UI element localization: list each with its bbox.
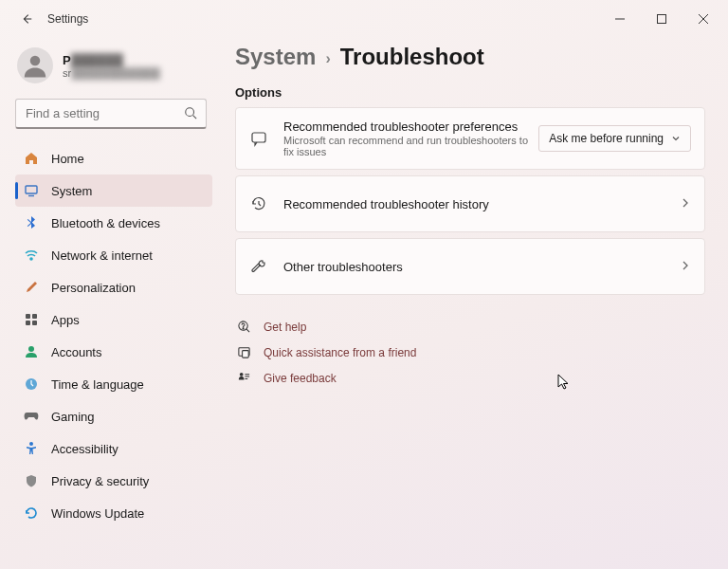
options-heading: Options	[235, 85, 705, 100]
arrow-left-icon	[20, 12, 33, 26]
give-feedback-link[interactable]: Give feedback	[235, 365, 705, 391]
sidebar-item-accounts[interactable]: Accounts	[15, 336, 212, 368]
window-title: Settings	[47, 12, 88, 26]
sidebar-item-windows-update[interactable]: Windows Update	[15, 497, 212, 529]
prefs-card: Recommended troubleshooter preferences M…	[235, 107, 705, 170]
close-button[interactable]	[682, 0, 724, 38]
page-title: Troubleshoot	[340, 44, 484, 70]
history-card[interactable]: Recommended troubleshooter history	[235, 175, 705, 232]
quick-assist-link[interactable]: Quick assistance from a friend	[235, 340, 705, 365]
sidebar-item-system[interactable]: System	[15, 174, 212, 207]
svg-point-4	[30, 56, 41, 66]
help-icon	[235, 320, 252, 334]
other-title: Other troubleshooters	[283, 260, 674, 274]
help-links: Get help Quick assistance from a friend …	[235, 314, 705, 391]
chat-icon	[249, 130, 268, 147]
prefs-dropdown-value: Ask me before running	[549, 132, 664, 145]
link-label: Get help	[264, 321, 306, 334]
svg-rect-11	[32, 314, 37, 319]
svg-point-19	[243, 328, 244, 329]
sidebar-item-home[interactable]: Home	[15, 142, 212, 174]
feedback-icon	[235, 371, 252, 385]
sidebar-item-label: Personalization	[51, 281, 136, 295]
chevron-right-icon	[682, 197, 691, 211]
svg-rect-10	[26, 314, 30, 319]
system-icon	[23, 182, 40, 199]
svg-point-5	[186, 108, 194, 117]
svg-point-16	[29, 442, 33, 446]
user-card[interactable]: P██████ sr████████████	[15, 42, 212, 97]
svg-rect-12	[26, 321, 30, 325]
svg-rect-1	[658, 15, 666, 24]
accessibility-icon	[23, 440, 40, 457]
other-card[interactable]: Other troubleshooters	[235, 238, 705, 295]
wifi-icon	[23, 247, 40, 264]
window-controls	[599, 0, 724, 38]
sidebar-item-gaming[interactable]: Gaming	[15, 400, 212, 432]
sidebar-item-label: Time & language	[51, 377, 144, 392]
svg-line-6	[193, 116, 197, 119]
sidebar-item-label: System	[51, 184, 92, 198]
svg-point-23	[239, 373, 243, 376]
breadcrumb-parent[interactable]: System	[235, 44, 316, 70]
minimize-button[interactable]	[599, 0, 641, 38]
titlebar: Settings	[0, 0, 728, 38]
bluetooth-icon	[23, 214, 40, 231]
prefs-dropdown[interactable]: Ask me before running	[538, 125, 691, 152]
user-text: P██████ sr████████████	[63, 53, 160, 79]
person-icon	[23, 343, 40, 360]
sidebar-item-personalization[interactable]: Personalization	[15, 271, 212, 303]
sidebar: P██████ sr████████████ Home System Bluet…	[0, 38, 220, 569]
chevron-down-icon	[671, 134, 681, 143]
sidebar-item-accessibility[interactable]: Accessibility	[15, 432, 212, 465]
main-content: System › Troubleshoot Options Recommende…	[220, 38, 728, 569]
sidebar-item-privacy[interactable]: Privacy & security	[15, 465, 212, 497]
sidebar-item-label: Windows Update	[51, 506, 144, 521]
sidebar-item-network[interactable]: Network & internet	[15, 239, 212, 271]
history-icon	[249, 195, 268, 212]
svg-rect-7	[26, 186, 37, 193]
svg-point-9	[30, 258, 32, 260]
brush-icon	[23, 279, 40, 296]
svg-rect-22	[242, 351, 248, 358]
sidebar-item-label: Gaming	[51, 410, 95, 424]
get-help-link[interactable]: Get help	[235, 314, 705, 340]
breadcrumb: System › Troubleshoot	[235, 44, 705, 70]
sidebar-item-label: Accessibility	[51, 442, 118, 456]
sidebar-item-label: Apps	[51, 313, 80, 327]
svg-point-14	[28, 346, 34, 352]
quick-assist-icon	[235, 345, 252, 359]
prefs-title: Recommended troubleshooter preferences	[283, 119, 538, 134]
svg-line-20	[246, 329, 248, 332]
close-icon	[699, 14, 708, 24]
sidebar-item-label: Privacy & security	[51, 474, 149, 488]
back-button[interactable]	[15, 8, 38, 30]
sidebar-item-apps[interactable]: Apps	[15, 303, 212, 336]
shield-icon	[23, 472, 40, 489]
sidebar-item-label: Accounts	[51, 345, 101, 359]
update-icon	[23, 505, 40, 522]
search-input[interactable]	[15, 99, 207, 129]
sidebar-item-time-language[interactable]: Time & language	[15, 368, 212, 400]
gamepad-icon	[23, 408, 40, 425]
chevron-right-icon	[682, 260, 691, 274]
maximize-button[interactable]	[641, 0, 682, 38]
prefs-desc: Microsoft can recommend and run troubles…	[283, 135, 538, 157]
search-icon	[184, 106, 197, 119]
chevron-right-icon: ›	[325, 47, 330, 67]
sidebar-item-bluetooth[interactable]: Bluetooth & devices	[15, 207, 212, 239]
minimize-icon	[615, 14, 625, 24]
maximize-icon	[657, 14, 666, 24]
history-title: Recommended troubleshooter history	[283, 197, 674, 211]
link-label: Give feedback	[264, 372, 337, 385]
home-icon	[23, 150, 40, 167]
globe-clock-icon	[23, 376, 40, 393]
sidebar-item-label: Bluetooth & devices	[51, 216, 160, 230]
sidebar-item-label: Home	[51, 152, 84, 166]
svg-rect-17	[252, 133, 265, 142]
search-container	[15, 99, 207, 129]
link-label: Quick assistance from a friend	[264, 346, 416, 359]
sidebar-item-label: Network & internet	[51, 248, 153, 263]
apps-icon	[23, 311, 40, 328]
avatar	[17, 47, 53, 83]
